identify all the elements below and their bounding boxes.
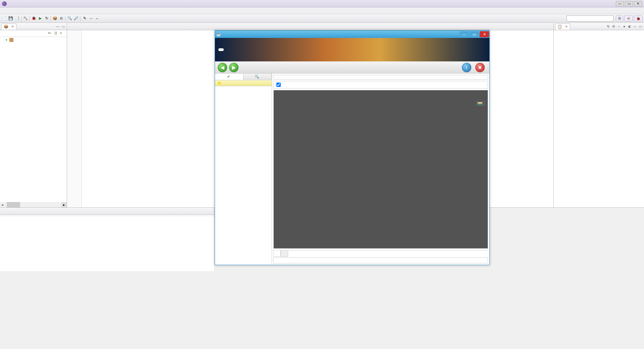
chart-legend xyxy=(476,101,485,106)
package-explorer-tab[interactable]: 📦 ✕ xyxy=(1,23,16,30)
tab-search[interactable]: 🔍 xyxy=(244,73,272,80)
perspective-debug[interactable]: 🐞 xyxy=(634,15,643,21)
hide-fields-icon[interactable]: ○ xyxy=(616,24,621,29)
minimize-button[interactable]: — xyxy=(616,1,624,6)
java-cup-icon: ☕ xyxy=(215,32,222,37)
close-icon[interactable]: ✕ xyxy=(11,24,14,29)
collapse-all-icon[interactable]: ⇆ xyxy=(48,31,53,36)
new-icon[interactable]: 📄 xyxy=(1,15,7,21)
link-editor-icon[interactable]: ⇶ xyxy=(54,31,59,36)
new-package-icon[interactable]: 📦 xyxy=(52,15,58,21)
close-icon[interactable]: ✕ xyxy=(565,24,568,29)
package-folder-icon xyxy=(9,38,13,42)
horizontal-scrollbar[interactable]: ◂ ▸ xyxy=(0,202,67,207)
feature-tree[interactable] xyxy=(215,86,272,265)
tab-example[interactable] xyxy=(273,250,281,257)
nav-forward-button[interactable]: ▶ xyxy=(229,63,238,72)
teechart-banner xyxy=(215,38,489,61)
hide-static-icon[interactable]: ● xyxy=(622,24,627,29)
popup-close-button[interactable]: ✕ xyxy=(480,31,489,37)
perspective-java[interactable]: ☕ xyxy=(624,15,633,21)
teechart-titlebar: ☕ — ▭ ✕ xyxy=(215,31,489,38)
new-class-icon[interactable]: © xyxy=(58,15,64,21)
package-node[interactable]: ▾ xyxy=(0,38,67,42)
minimize-view-icon[interactable]: — xyxy=(55,24,60,29)
info-button[interactable]: i xyxy=(462,63,471,72)
bottom-tab-bar xyxy=(0,208,214,215)
outline-tab[interactable]: 📋 ✕ xyxy=(555,23,570,30)
tab-all-features[interactable]: ✔ xyxy=(215,73,244,80)
teechart-logo xyxy=(218,48,224,51)
star-icon: ⭐ xyxy=(217,81,222,85)
popup-minimize-button[interactable]: — xyxy=(460,31,469,37)
quick-access-input[interactable] xyxy=(567,15,613,21)
run-icon[interactable]: ▶ xyxy=(37,15,43,21)
chart-panel xyxy=(273,90,488,249)
next-annotation-icon[interactable]: → xyxy=(88,15,94,21)
minimize-view-icon[interactable]: — xyxy=(633,24,637,29)
open-type-icon[interactable]: 🔍 xyxy=(67,15,73,21)
outline-icon: 📋 xyxy=(557,24,562,29)
example-tabs xyxy=(273,250,488,257)
debug-icon[interactable]: 🐞 xyxy=(31,15,37,21)
chart-controls xyxy=(273,81,488,89)
package-tree[interactable]: ▾ xyxy=(0,37,67,202)
description-text xyxy=(273,75,488,80)
save-all-icon[interactable]: 📑 xyxy=(14,15,20,21)
prev-annotation-icon[interactable]: ← xyxy=(94,15,100,21)
open-perspective-icon[interactable]: ⊞ xyxy=(616,15,623,21)
tab-source-code[interactable] xyxy=(281,250,288,257)
sort-icon[interactable]: ⇅ xyxy=(606,24,610,29)
eclipse-icon xyxy=(2,1,7,6)
teechart-navbar: ◀ ▶ i ✖ xyxy=(215,61,489,73)
outline-view: 📋 ✕ ⇅ ⚙ ○ ● ◐ — ▭ xyxy=(553,23,644,207)
save-icon[interactable]: 💾 xyxy=(8,15,14,21)
run-last-icon[interactable]: ↻ xyxy=(44,15,50,21)
maximize-view-icon[interactable]: ▭ xyxy=(61,24,65,29)
show-custom-axes-checkbox[interactable] xyxy=(276,83,281,87)
window-titlebar: — ▭ ✕ xyxy=(0,0,644,7)
quick-access[interactable] xyxy=(567,15,613,21)
teechart-sidebar: ✔ 🔍 ⭐ xyxy=(215,73,272,265)
maximize-button[interactable]: ▭ xyxy=(625,1,633,6)
editor-tab-bar xyxy=(67,23,553,30)
search-results[interactable] xyxy=(0,217,214,271)
package-explorer-view: 📦 ✕ — ▭ ⇆ ⇶ ▾ ▾ ◂ ▸ xyxy=(0,23,67,207)
exit-button[interactable]: ✖ xyxy=(475,63,485,72)
teechart-window: ☕ — ▭ ✕ ◀ ▶ i ✖ ✔ 🔍 ⭐ xyxy=(215,30,490,265)
teechart-status xyxy=(273,257,488,263)
new-features-banner[interactable]: ⭐ xyxy=(215,80,272,86)
build-icon[interactable]: 🔨 xyxy=(22,15,29,21)
package-icon: 📦 xyxy=(4,24,8,29)
filter-icon[interactable]: ⚙ xyxy=(611,24,616,29)
main-toolbar: 📄 💾 📑 🔨 🐞 ▶ ↻ 📦 © 🔍 🔎 ✎ → ← ⊞ ☕ 🐞 xyxy=(0,14,644,23)
nav-back-button[interactable]: ◀ xyxy=(218,63,227,72)
popup-maximize-button[interactable]: ▭ xyxy=(470,31,479,37)
maximize-view-icon[interactable]: ▭ xyxy=(638,24,643,29)
editor-gutter xyxy=(67,30,82,207)
close-button[interactable]: ✕ xyxy=(634,1,642,6)
view-menu-icon[interactable]: ▾ xyxy=(60,31,65,36)
menu-bar xyxy=(0,7,644,14)
search-icon[interactable]: 🔎 xyxy=(73,15,79,21)
toggle-mark-icon[interactable]: ✎ xyxy=(82,15,88,21)
chart-canvas xyxy=(276,94,484,235)
hide-nonpublic-icon[interactable]: ◐ xyxy=(627,24,632,29)
